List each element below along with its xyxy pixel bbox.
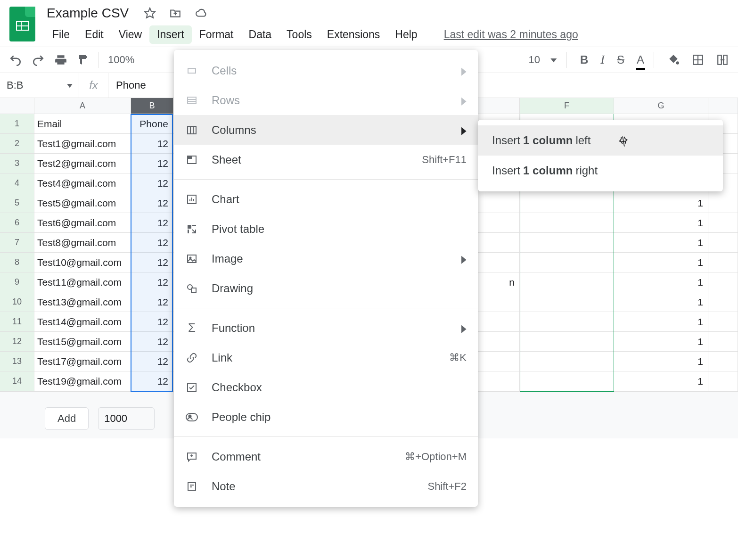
name-box[interactable]: B:B ▼ xyxy=(0,73,79,98)
insert-note[interactable]: Note Shift+F2 xyxy=(174,471,478,501)
cell[interactable]: Test14@gmail.com xyxy=(34,312,131,332)
cell[interactable] xyxy=(708,253,738,272)
zoom-select[interactable]: 100% xyxy=(108,54,134,66)
cell[interactable]: Test8@gmail.com xyxy=(34,233,131,253)
cell[interactable] xyxy=(708,213,738,233)
row-header[interactable]: 14 xyxy=(0,371,34,391)
cell[interactable] xyxy=(520,272,614,292)
menu-insert[interactable]: Insert xyxy=(149,25,192,44)
row-header[interactable]: 7 xyxy=(0,233,34,253)
insert-pivot-table[interactable]: Pivot table xyxy=(174,214,478,244)
borders-icon[interactable] xyxy=(692,54,704,66)
sheets-logo-icon[interactable] xyxy=(9,7,35,41)
cell[interactable]: 1 xyxy=(614,213,708,233)
cell[interactable] xyxy=(708,292,738,312)
cloud-icon[interactable] xyxy=(195,7,208,19)
cell[interactable]: 1 xyxy=(614,332,708,352)
paint-format-icon[interactable] xyxy=(77,54,89,66)
font-size-value[interactable]: 10 xyxy=(526,54,543,66)
strikethrough-button[interactable]: S xyxy=(617,53,624,66)
insert-people-chip[interactable]: People chip xyxy=(174,402,478,432)
cell[interactable]: Test11@gmail.com xyxy=(34,272,131,292)
cell[interactable] xyxy=(520,312,614,332)
row-header[interactable]: 8 xyxy=(0,253,34,272)
fill-color-icon[interactable] xyxy=(667,54,680,66)
cell[interactable]: Test5@gmail.com xyxy=(34,193,131,213)
menu-edit[interactable]: Edit xyxy=(77,25,111,44)
undo-icon[interactable] xyxy=(9,54,22,66)
column-header-b[interactable]: B xyxy=(131,98,173,114)
row-header[interactable]: 11 xyxy=(0,312,34,332)
cell[interactable] xyxy=(708,352,738,371)
menu-help[interactable]: Help xyxy=(387,25,425,44)
cell[interactable]: 1 xyxy=(614,272,708,292)
cell[interactable]: Email xyxy=(34,114,131,134)
cell[interactable]: 12 xyxy=(131,193,173,213)
insert-comment[interactable]: Comment ⌘+Option+M xyxy=(174,442,478,471)
insert-image[interactable]: Image ▶ xyxy=(174,244,478,273)
column-header-rest[interactable] xyxy=(708,98,738,114)
cell[interactable]: Test1@gmail.com xyxy=(34,134,131,154)
italic-button[interactable]: I xyxy=(600,53,605,67)
cell[interactable] xyxy=(708,371,738,391)
column-header-f[interactable]: F xyxy=(520,98,614,114)
cell[interactable]: 12 xyxy=(131,154,173,173)
name-box-dropdown-icon[interactable]: ▼ xyxy=(65,82,74,89)
document-title[interactable]: Example CSV xyxy=(45,5,131,22)
cell[interactable] xyxy=(520,332,614,352)
cell[interactable]: 12 xyxy=(131,233,173,253)
cell[interactable]: Test6@gmail.com xyxy=(34,213,131,233)
cell[interactable]: 12 xyxy=(131,312,173,332)
row-header[interactable]: 9 xyxy=(0,272,34,292)
cell[interactable]: Test10@gmail.com xyxy=(34,253,131,272)
cell[interactable]: Test19@gmail.com xyxy=(34,371,131,391)
row-header[interactable]: 13 xyxy=(0,352,34,371)
cell[interactable] xyxy=(520,253,614,272)
insert-rows[interactable]: Rows ▶ xyxy=(174,85,478,115)
cell[interactable]: 12 xyxy=(131,352,173,371)
cell[interactable]: 12 xyxy=(131,173,173,193)
print-icon[interactable] xyxy=(55,54,67,66)
cell[interactable]: 1 xyxy=(614,233,708,253)
cell[interactable]: 12 xyxy=(131,371,173,391)
cell[interactable]: Test4@gmail.com xyxy=(34,173,131,193)
menu-extensions[interactable]: Extensions xyxy=(320,25,388,44)
cell[interactable]: 12 xyxy=(131,253,173,272)
cell[interactable] xyxy=(520,371,614,391)
column-header-g[interactable]: G xyxy=(614,98,708,114)
merge-icon[interactable] xyxy=(716,54,729,66)
cell[interactable] xyxy=(708,193,738,213)
insert-columns[interactable]: Columns ▶ xyxy=(174,115,478,145)
column-header-a[interactable]: A xyxy=(34,98,131,114)
menu-data[interactable]: Data xyxy=(241,25,279,44)
text-color-button[interactable]: A xyxy=(637,53,644,66)
insert-column-left[interactable]: Insert 1 column left xyxy=(478,125,723,156)
cell[interactable]: 1 xyxy=(614,352,708,371)
insert-sheet[interactable]: Sheet Shift+F11 xyxy=(174,145,478,174)
add-rows-count[interactable]: 1000 xyxy=(98,407,155,430)
menu-file[interactable]: File xyxy=(45,25,77,44)
cell[interactable] xyxy=(708,272,738,292)
cell[interactable] xyxy=(708,312,738,332)
bold-button[interactable]: B xyxy=(580,53,588,66)
cell[interactable]: 1 xyxy=(614,371,708,391)
insert-function[interactable]: Σ Function ▶ xyxy=(174,313,478,343)
row-header[interactable]: 1 xyxy=(0,114,34,134)
row-header[interactable]: 4 xyxy=(0,173,34,193)
insert-link[interactable]: Link ⌘K xyxy=(174,343,478,372)
last-edit-link[interactable]: Last edit was 2 minutes ago xyxy=(444,28,578,41)
row-header[interactable]: 6 xyxy=(0,213,34,233)
insert-column-right[interactable]: Insert 1 column right xyxy=(478,156,723,186)
move-icon[interactable] xyxy=(169,7,181,19)
cell[interactable]: Test17@gmail.com xyxy=(34,352,131,371)
menu-tools[interactable]: Tools xyxy=(279,25,320,44)
cell[interactable]: 12 xyxy=(131,332,173,352)
cell[interactable]: 1 xyxy=(614,193,708,213)
row-header[interactable]: 12 xyxy=(0,332,34,352)
cell[interactable]: Test15@gmail.com xyxy=(34,332,131,352)
cell[interactable]: 12 xyxy=(131,272,173,292)
cell[interactable] xyxy=(520,193,614,213)
row-header[interactable]: 3 xyxy=(0,154,34,173)
select-all-corner[interactable] xyxy=(0,98,34,114)
cell[interactable]: 12 xyxy=(131,134,173,154)
